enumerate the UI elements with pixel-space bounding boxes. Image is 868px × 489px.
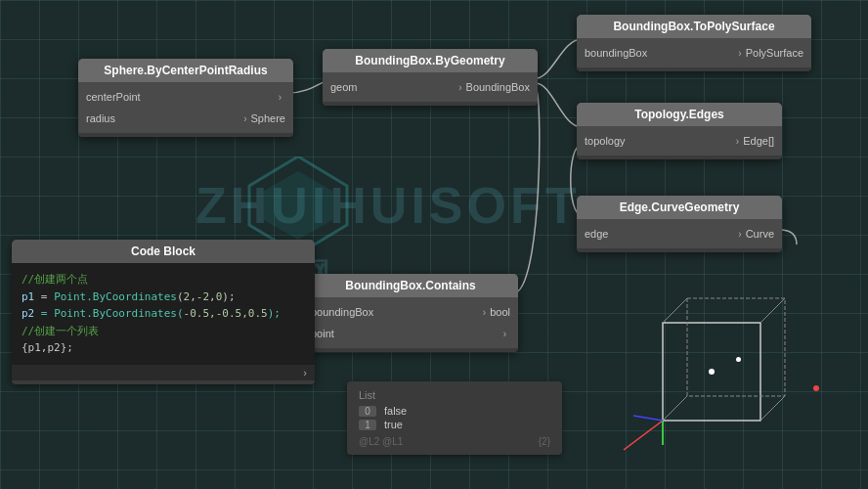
output-value-0: false — [384, 405, 407, 417]
bbcontains-node: BoundingBox.Contains boundingBox › bool … — [303, 274, 518, 352]
centerpoint-label: centerPoint — [86, 91, 275, 103]
bbpoly-footer — [577, 67, 811, 71]
sphere-port-centerpoint[interactable]: centerPoint › — [78, 86, 293, 108]
bbcontains-port-bb[interactable]: boundingBox › bool — [303, 301, 518, 323]
bbgeom-header: BoundingBox.ByGeometry — [323, 49, 538, 72]
output-value-1: true — [384, 419, 403, 430]
codeblock-out-arrow: › — [303, 367, 307, 378]
bbpoly-in-label: boundingBox — [585, 47, 734, 59]
sphere-node: Sphere.ByCenterPointRadius centerPoint ›… — [78, 59, 293, 137]
radius-label: radius — [86, 112, 239, 124]
output-index-0: 0 — [359, 406, 376, 417]
edge-header: Edge.CurveGeometry — [577, 196, 782, 219]
codeblock-footer — [12, 380, 315, 384]
bbcontains-footer — [303, 348, 518, 352]
output-list-item-1: 1 true — [359, 419, 550, 430]
topology-out: Edge[] — [743, 135, 774, 147]
bbpoly-header: BoundingBox.ToPolySurface — [577, 15, 811, 38]
edge-footer — [577, 248, 782, 252]
edge-in-label: edge — [585, 228, 734, 240]
topology-body: topology › Edge[] — [577, 126, 782, 156]
bbpoly-body: boundingBox › PolySurface — [577, 38, 811, 67]
edge-body: edge › Curve — [577, 219, 782, 248]
topology-node: Topology.Edges topology › Edge[] — [577, 103, 782, 159]
bbcontains-body: boundingBox › bool point › — [303, 297, 518, 348]
topology-port-in[interactable]: topology › Edge[] — [577, 130, 782, 152]
output-footer-left: @L2 @L1 — [359, 436, 403, 447]
code-line-1: //创建两个点 — [22, 271, 305, 289]
geom-label: geom — [330, 81, 455, 93]
sphere-header: Sphere.ByCenterPointRadius — [78, 59, 293, 82]
code-line-5: {p1,p2}; — [22, 339, 305, 357]
codeblock-node[interactable]: Code Block //创建两个点 p1 = Point.ByCoordina… — [12, 240, 315, 384]
code-line-3: p2 = Point.ByCoordinates(-0.5,-0.5,0.5); — [22, 305, 305, 323]
output-footer: @L2 @L1 {2} — [359, 436, 550, 447]
output-index-1: 1 — [359, 420, 376, 430]
bbpoly-node: BoundingBox.ToPolySurface boundingBox › … — [577, 15, 811, 71]
topology-footer — [577, 156, 782, 159]
edge-node: Edge.CurveGeometry edge › Curve — [577, 196, 782, 252]
bbcontains-out: bool — [490, 306, 510, 318]
bbcontains-point-label: point — [311, 328, 499, 339]
bbgeom-out: BoundingBox — [466, 81, 530, 93]
output-footer-right: {2} — [539, 436, 550, 447]
bbgeom-node: BoundingBox.ByGeometry geom › BoundingBo… — [323, 49, 538, 106]
edge-port-in[interactable]: edge › Curve — [577, 223, 782, 244]
output-list-title: List — [359, 389, 550, 401]
bbcontains-port-point[interactable]: point › — [303, 323, 518, 344]
edge-out: Curve — [746, 228, 774, 240]
codeblock-header: Code Block — [12, 240, 315, 263]
topology-header: Topology.Edges — [577, 103, 782, 126]
sphere-out: Sphere — [251, 112, 285, 124]
bbcontains-bb-label: boundingBox — [311, 306, 479, 318]
output-list-item-0: 0 false — [359, 405, 550, 417]
sphere-footer — [78, 133, 293, 137]
red-dot — [813, 385, 819, 391]
sphere-body: centerPoint › radius › Sphere — [78, 82, 293, 133]
topology-in-label: topology — [585, 135, 732, 147]
bbgeom-body: geom › BoundingBox — [323, 72, 538, 102]
bbpoly-out: PolySurface — [746, 47, 803, 59]
codeblock-content[interactable]: //创建两个点 p1 = Point.ByCoordinates(2,-2,0)… — [12, 263, 315, 365]
bbcontains-header: BoundingBox.Contains — [303, 274, 518, 297]
bbgeom-footer — [323, 102, 538, 106]
bbpoly-port-bb[interactable]: boundingBox › PolySurface — [577, 42, 811, 64]
code-line-4: //创建一个列表 — [22, 323, 305, 340]
output-panel: List 0 false 1 true @L2 @L1 {2} — [347, 381, 562, 455]
sphere-port-radius[interactable]: radius › Sphere — [78, 108, 293, 129]
white-dot — [736, 357, 741, 362]
code-line-2: p1 = Point.ByCoordinates(2,-2,0); — [22, 289, 305, 306]
bbgeom-port-geom[interactable]: geom › BoundingBox — [323, 76, 538, 98]
codeblock-out-row: › — [12, 365, 315, 380]
